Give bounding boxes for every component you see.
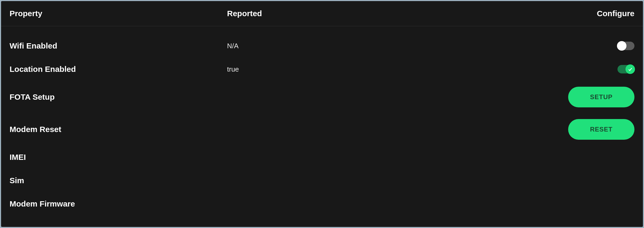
property-label: Modem Firmware: [10, 199, 227, 208]
row-fota-setup: FOTA Setup SETUP: [1, 81, 643, 113]
property-label: IMEI: [10, 153, 227, 162]
location-toggle[interactable]: [617, 65, 634, 73]
modem-reset-button[interactable]: RESET: [568, 119, 634, 140]
property-label: Location Enabled: [10, 65, 227, 74]
property-label: Sim: [10, 176, 227, 185]
toggle-knob-check-icon: [625, 64, 635, 74]
header-property: Property: [10, 9, 227, 18]
reported-value: N/A: [227, 42, 555, 50]
table-body: Wifi Enabled N/A Location Enabled true: [1, 26, 643, 216]
property-label: Modem Reset: [10, 125, 227, 134]
row-modem-firmware: Modem Firmware: [1, 192, 643, 216]
property-label: FOTA Setup: [10, 93, 227, 102]
wifi-toggle[interactable]: [617, 42, 634, 50]
row-wifi-enabled: Wifi Enabled N/A: [1, 34, 643, 58]
fota-setup-button[interactable]: SETUP: [568, 87, 634, 107]
row-modem-reset: Modem Reset RESET: [1, 113, 643, 146]
header-configure: Configure: [555, 9, 634, 18]
check-icon: [628, 67, 633, 72]
row-sim: Sim: [1, 169, 643, 192]
row-location-enabled: Location Enabled true: [1, 58, 643, 81]
header-reported: Reported: [227, 9, 555, 18]
table-header-row: Property Reported Configure: [1, 1, 643, 26]
row-imei: IMEI: [1, 146, 643, 169]
toggle-knob-icon: [617, 41, 626, 51]
settings-panel: Property Reported Configure Wifi Enabled…: [1, 1, 643, 227]
reported-value: true: [227, 65, 555, 73]
property-label: Wifi Enabled: [10, 41, 227, 50]
